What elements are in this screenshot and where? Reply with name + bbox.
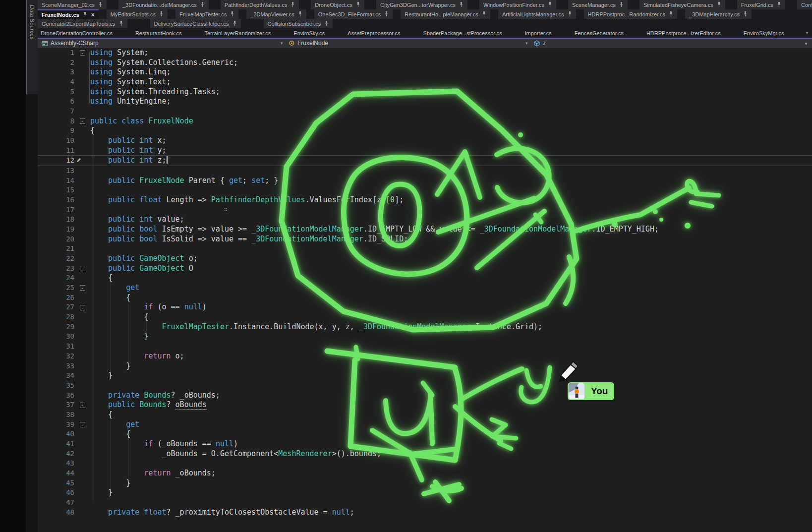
- code-line[interactable]: 46 }: [38, 488, 812, 498]
- document-tab[interactable]: DroneObject.cs: [311, 0, 364, 9]
- breadcrumb-project[interactable]: Assembly-CSharp: [42, 40, 99, 47]
- document-tab[interactable]: HDRPPostproce...izerEditor.cs: [643, 28, 724, 38]
- code-line[interactable]: 19 public bool IsEmpty => value >= _3DFo…: [38, 225, 812, 235]
- document-tab[interactable]: CollisionSubscriber.cs: [264, 19, 333, 28]
- code-line[interactable]: 38 {: [38, 410, 812, 420]
- pin-icon[interactable]: [324, 21, 329, 26]
- document-tab[interactable]: MyEditorScripts.cs: [107, 9, 168, 19]
- document-tab[interactable]: FruxelNode.cs ×: [38, 9, 99, 19]
- code-line[interactable]: 30 }: [38, 332, 812, 342]
- code-line[interactable]: 36 private Bounds? _oBounds;: [38, 391, 812, 401]
- code-line[interactable]: 29 FruxelMapTester.Instance.BuildNode(x,…: [38, 322, 812, 332]
- fold-marker[interactable]: -: [80, 266, 85, 271]
- document-tab[interactable]: FruxelMapTester.cs: [175, 9, 238, 19]
- code-line[interactable]: 9{: [38, 126, 812, 136]
- document-tab[interactable]: RestaurantHo...pleManager.cs: [401, 9, 490, 19]
- document-tab[interactable]: WindowPositionFinder.cs: [479, 0, 556, 9]
- document-tab[interactable]: _3DFoundatio...delManager.cs: [118, 0, 209, 9]
- code-line[interactable]: 5using System.Threading.Tasks;: [38, 87, 812, 97]
- document-tab[interactable]: EnviroSky.cs: [290, 28, 328, 38]
- code-line[interactable]: 26 {: [38, 293, 812, 303]
- code-line[interactable]: 7: [38, 107, 812, 117]
- pin-icon[interactable]: [232, 21, 237, 26]
- breadcrumb-overflow-icon[interactable]: ▼: [804, 42, 808, 46]
- document-tab[interactable]: ShaderPackage...stProcessor.cs: [420, 28, 505, 38]
- code-line[interactable]: 14 public FruxelNode Parent { get; set; …: [38, 176, 812, 186]
- pin-icon[interactable]: [298, 11, 302, 17]
- pin-icon[interactable]: [290, 2, 295, 7]
- code-line[interactable]: 3using System.Linq;: [38, 67, 812, 77]
- code-line[interactable]: 41 if (_oBounds == null): [38, 439, 812, 449]
- fold-marker[interactable]: -: [80, 285, 85, 291]
- pin-icon[interactable]: [717, 2, 721, 7]
- code-line[interactable]: 15: [38, 185, 812, 195]
- pin-icon[interactable]: [777, 2, 781, 7]
- document-tab[interactable]: EnviroSkyMgr.cs: [741, 28, 787, 38]
- document-tab[interactable]: HDRPPostproc...Randomizer.cs: [584, 9, 678, 19]
- document-tab[interactable]: TerrainLayerRandomizer.cs: [201, 28, 274, 38]
- pin-icon[interactable]: [459, 2, 464, 7]
- code-line[interactable]: 48 private float? _proximityToClosestObs…: [38, 508, 812, 518]
- document-tab[interactable]: ArtificialLightsManager.cs: [498, 9, 576, 19]
- code-line[interactable]: 24 {: [38, 273, 812, 283]
- document-tab[interactable]: SceneManager_02.cs: [38, 0, 107, 9]
- breadcrumb-dropdown-icon[interactable]: ▾: [281, 41, 283, 46]
- code-line[interactable]: 43: [38, 459, 812, 469]
- code-line[interactable]: 13: [38, 166, 812, 176]
- fold-marker[interactable]: -: [80, 403, 85, 408]
- code-line[interactable]: 42 _oBounds = O.GetComponent<MeshRendere…: [38, 449, 812, 459]
- code-editor[interactable]: 1-using System;2using System.Collections…: [38, 48, 812, 532]
- code-line[interactable]: 20 public bool IsSolid => value == _3DFo…: [38, 235, 812, 244]
- code-line[interactable]: 40 {: [38, 429, 812, 439]
- code-line[interactable]: 2using System.Collections.Generic;: [38, 58, 812, 68]
- document-tab[interactable]: FruxelGrid.cs: [737, 0, 785, 9]
- fold-marker[interactable]: -: [80, 305, 85, 310]
- code-line[interactable]: 27- if (o == null): [38, 302, 812, 312]
- pin-icon[interactable]: [548, 2, 552, 7]
- breadcrumb-dropdown-icon[interactable]: ▾: [525, 41, 528, 46]
- pin-icon[interactable]: [482, 11, 486, 17]
- document-tab[interactable]: OneSec3D_FileFormat.cs: [314, 9, 393, 19]
- code-line[interactable]: 45 }: [38, 478, 812, 488]
- code-line[interactable]: 16 public float Length => PathfinderDept…: [38, 195, 812, 205]
- code-line[interactable]: 6using UnityEngine;: [38, 97, 812, 107]
- code-line[interactable]: 35: [38, 381, 812, 391]
- document-tab[interactable]: PathfinderDepthValues.cs: [221, 0, 299, 9]
- code-line[interactable]: 10 public int x;: [38, 136, 812, 146]
- pin-icon[interactable]: [159, 11, 164, 17]
- breadcrumb-member[interactable]: z: [533, 40, 546, 47]
- code-line[interactable]: 37- public Bounds? oBounds: [38, 400, 812, 410]
- code-line[interactable]: 17: [38, 205, 812, 215]
- document-tab[interactable]: Config.cs: [797, 0, 812, 9]
- pin-icon[interactable]: [619, 2, 624, 7]
- code-line[interactable]: 33 }: [38, 361, 812, 371]
- code-line[interactable]: 4using System.Text;: [38, 77, 812, 87]
- pin-icon[interactable]: [568, 11, 572, 17]
- document-tab[interactable]: Generator2ExportMapTools.cs: [38, 19, 127, 28]
- code-line[interactable]: 8-public class FruxelNode: [38, 117, 812, 126]
- pin-icon[interactable]: [384, 11, 389, 17]
- fold-marker[interactable]: -: [80, 118, 85, 124]
- pin-icon[interactable]: [119, 21, 123, 26]
- document-tab[interactable]: Importer.cs: [522, 28, 554, 38]
- pin-icon[interactable]: [200, 2, 205, 7]
- pin-icon[interactable]: [356, 2, 360, 7]
- code-line[interactable]: 22 public GameObject o;: [38, 254, 812, 264]
- breadcrumb-type[interactable]: FruxelNode: [289, 40, 328, 47]
- code-line[interactable]: 21: [38, 244, 812, 254]
- document-tab[interactable]: _3DMapViewer.cs: [246, 9, 306, 19]
- fold-marker[interactable]: -: [80, 422, 85, 427]
- code-line[interactable]: 31: [38, 342, 812, 352]
- code-line[interactable]: 25- get: [38, 283, 812, 293]
- document-tab[interactable]: AssetPreprocessor.cs: [345, 28, 403, 38]
- close-icon[interactable]: ×: [91, 12, 95, 17]
- code-line[interactable]: 23- public GameObject O: [38, 264, 812, 274]
- document-tab[interactable]: DroneOrientationController.cs: [38, 28, 116, 38]
- document-tab[interactable]: SimulatedFisheyeCamera.cs: [639, 0, 725, 9]
- code-line[interactable]: 12 public int z;: [38, 155, 812, 166]
- document-tab[interactable]: _3DMapHierarchy.cs: [685, 9, 752, 19]
- code-line[interactable]: 18 public int value;: [38, 215, 812, 225]
- pin-icon[interactable]: [98, 2, 103, 7]
- pin-icon[interactable]: [83, 12, 87, 17]
- code-line[interactable]: 11 public int y;: [38, 146, 812, 156]
